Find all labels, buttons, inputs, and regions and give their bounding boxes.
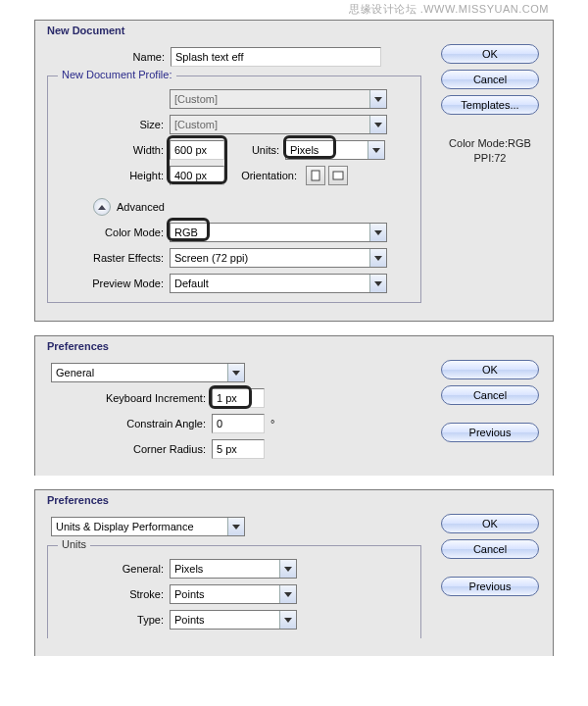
- general-units-value: Pixels: [174, 563, 203, 575]
- cancel-button[interactable]: Cancel: [441, 539, 539, 559]
- dialog-title: New Document: [35, 21, 553, 44]
- stroke-units-label: Stroke:: [54, 588, 170, 600]
- chevron-down-icon: [368, 141, 384, 159]
- preview-value: Default: [174, 277, 209, 289]
- stroke-units-value: Points: [174, 588, 205, 600]
- keyboard-increment-label: Keyboard Increment:: [43, 392, 212, 404]
- chevron-down-icon: [279, 560, 296, 578]
- type-units-label: Type:: [54, 614, 170, 626]
- orientation-label: Orientation:: [224, 170, 303, 181]
- profile-group: New Document Profile: [Custom] Size: [Cu…: [47, 76, 421, 303]
- chevron-down-icon: [369, 90, 386, 108]
- previous-button[interactable]: Previous: [441, 423, 539, 442]
- advanced-toggle[interactable]: [93, 198, 111, 216]
- chevron-down-icon: [369, 116, 386, 133]
- raster-value: Screen (72 ppi): [174, 252, 248, 264]
- constrain-angle-input[interactable]: [212, 414, 265, 433]
- keyboard-increment-input[interactable]: [212, 388, 265, 408]
- name-label: Name:: [43, 51, 171, 63]
- chevron-down-icon: [279, 611, 296, 629]
- size-label: Size:: [54, 119, 170, 130]
- corner-radius-label: Corner Radius:: [43, 443, 212, 455]
- advanced-label: Advanced: [117, 201, 165, 213]
- constrain-angle-label: Constrain Angle:: [43, 418, 212, 429]
- units-select[interactable]: Pixels: [285, 140, 385, 160]
- type-units-select[interactable]: Points: [170, 610, 297, 630]
- previous-button[interactable]: Previous: [441, 577, 539, 596]
- prefs-category-value: General: [56, 367, 94, 378]
- colormode-select[interactable]: RGB: [170, 223, 387, 242]
- units-legend: Units: [58, 538, 90, 550]
- profile-legend: New Document Profile:: [58, 69, 176, 80]
- preferences-units-dialog: Preferences Units & Display Performance …: [34, 489, 554, 656]
- svg-rect-1: [333, 172, 343, 179]
- general-units-label: General:: [54, 563, 170, 575]
- dialog-title: Preferences: [35, 336, 553, 360]
- units-group: Units General: Pixels Stroke: Points: [47, 545, 421, 638]
- width-label: Width:: [54, 144, 170, 156]
- degree-unit: °: [265, 418, 274, 429]
- type-units-value: Points: [174, 614, 205, 626]
- chevron-down-icon: [369, 275, 386, 292]
- chevron-down-icon: [227, 364, 244, 381]
- dialog-title: Preferences: [35, 490, 553, 514]
- new-document-dialog: New Document Name: New Document Profile:…: [34, 20, 554, 322]
- ok-button[interactable]: OK: [441, 44, 539, 64]
- cancel-button[interactable]: Cancel: [441, 70, 539, 89]
- prefs-category-select[interactable]: Units & Display Performance: [51, 517, 245, 536]
- chevron-down-icon: [369, 224, 386, 241]
- orientation-landscape-button[interactable]: [328, 166, 348, 185]
- raster-label: Raster Effects:: [54, 252, 170, 264]
- size-value: [Custom]: [174, 119, 218, 130]
- height-label: Height:: [54, 170, 170, 181]
- watermark-text: 思缘设计论坛 .WWW.MISSYUAN.COM: [349, 2, 549, 17]
- prefs-category-select[interactable]: General: [51, 363, 245, 382]
- units-label: Units:: [224, 144, 285, 156]
- colormode-value: RGB: [174, 227, 198, 238]
- preview-label: Preview Mode:: [54, 277, 170, 289]
- chevron-down-icon: [227, 518, 244, 535]
- general-units-select[interactable]: Pixels: [170, 559, 297, 579]
- stroke-units-select[interactable]: Points: [170, 584, 297, 604]
- profile-value: [Custom]: [174, 93, 218, 105]
- side-ppi: PPI:72: [449, 151, 531, 166]
- ok-button[interactable]: OK: [441, 514, 539, 533]
- svg-rect-0: [312, 171, 319, 180]
- height-input[interactable]: [170, 166, 224, 185]
- side-colormode: Color Mode:RGB: [449, 136, 531, 151]
- raster-select[interactable]: Screen (72 ppi): [170, 248, 387, 268]
- units-value: Pixels: [290, 144, 318, 156]
- width-input[interactable]: [170, 140, 224, 160]
- templates-button[interactable]: Templates...: [441, 95, 539, 115]
- preferences-general-dialog: Preferences General Keyboard Increment: …: [34, 335, 554, 476]
- orientation-portrait-button[interactable]: [306, 166, 325, 185]
- cancel-button[interactable]: Cancel: [441, 385, 539, 405]
- name-input[interactable]: [171, 47, 381, 67]
- preview-select[interactable]: Default: [170, 274, 387, 293]
- colormode-label: Color Mode:: [54, 227, 170, 238]
- chevron-down-icon: [279, 585, 296, 603]
- chevron-down-icon: [369, 249, 386, 267]
- corner-radius-input[interactable]: [212, 439, 265, 459]
- side-info: Color Mode:RGB PPI:72: [449, 136, 531, 167]
- ok-button[interactable]: OK: [441, 360, 539, 379]
- prefs-category-value: Units & Display Performance: [56, 521, 194, 532]
- size-select[interactable]: [Custom]: [170, 115, 387, 134]
- profile-select[interactable]: [Custom]: [170, 89, 387, 109]
